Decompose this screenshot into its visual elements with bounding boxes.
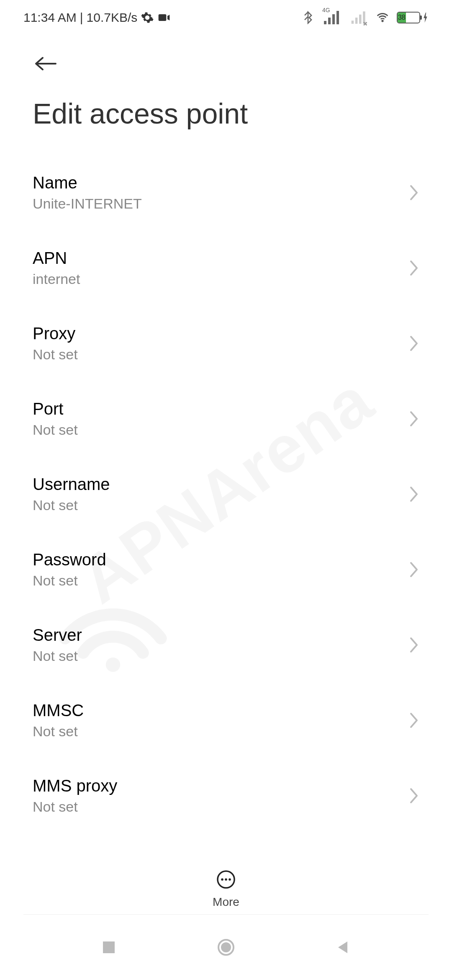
status-bar: 11:34 AM | 10.7KB/s 4G 38 xyxy=(0,0,452,35)
more-button[interactable]: More xyxy=(0,857,452,909)
chevron-right-icon xyxy=(409,335,419,352)
circle-icon xyxy=(217,938,235,957)
setting-label: APN xyxy=(33,249,409,268)
back-button[interactable] xyxy=(0,35,452,82)
setting-value: Not set xyxy=(33,648,409,664)
setting-name[interactable]: Name Unite-INTERNET xyxy=(33,155,419,230)
setting-proxy[interactable]: Proxy Not set xyxy=(33,306,419,381)
svg-point-4 xyxy=(229,878,231,881)
setting-value: Not set xyxy=(33,799,409,815)
more-icon xyxy=(216,869,236,890)
battery-percent: 38 xyxy=(398,13,406,23)
svg-rect-5 xyxy=(103,941,115,953)
setting-value: Unite-INTERNET xyxy=(33,196,409,212)
setting-label: MMSC xyxy=(33,701,409,720)
svg-point-3 xyxy=(225,878,227,881)
setting-label: Port xyxy=(33,400,409,418)
video-icon xyxy=(157,11,171,24)
setting-value: internet xyxy=(33,271,409,287)
setting-label: Username xyxy=(33,475,409,494)
chevron-right-icon xyxy=(409,787,419,804)
status-separator: | xyxy=(80,10,83,25)
setting-value: Not set xyxy=(33,346,409,363)
nav-recents-button[interactable] xyxy=(100,938,118,957)
chevron-right-icon xyxy=(409,637,419,653)
setting-apn[interactable]: APN internet xyxy=(33,230,419,306)
svg-point-7 xyxy=(221,942,231,952)
setting-mms-proxy[interactable]: MMS proxy Not set xyxy=(33,758,419,833)
status-data-rate: 10.7KB/s xyxy=(87,10,138,25)
setting-mmsc[interactable]: MMSC Not set xyxy=(33,683,419,758)
wifi-icon xyxy=(376,11,389,24)
nav-back-button[interactable] xyxy=(334,938,352,957)
setting-username[interactable]: Username Not set xyxy=(33,456,419,532)
setting-label: Proxy xyxy=(33,324,409,343)
setting-server[interactable]: Server Not set xyxy=(33,607,419,683)
chevron-right-icon xyxy=(409,260,419,276)
chevron-right-icon xyxy=(409,486,419,503)
setting-value: Not set xyxy=(33,723,409,740)
setting-label: Name xyxy=(33,173,409,192)
nav-home-button[interactable] xyxy=(217,938,235,957)
status-left: 11:34 AM | 10.7KB/s xyxy=(23,10,171,25)
navigation-bar xyxy=(0,915,452,980)
setting-value: Not set xyxy=(33,497,409,513)
signal-4g-icon: 4G xyxy=(322,11,342,24)
chevron-right-icon xyxy=(409,561,419,578)
charging-icon xyxy=(423,13,429,23)
signal-no-sim-icon xyxy=(350,11,368,24)
gear-icon xyxy=(141,11,154,24)
status-time: 11:34 AM xyxy=(23,10,77,25)
chevron-right-icon xyxy=(409,410,419,427)
setting-label: Server xyxy=(33,626,409,645)
chevron-right-icon xyxy=(409,184,419,201)
triangle-left-icon xyxy=(334,938,352,957)
setting-password[interactable]: Password Not set xyxy=(33,532,419,607)
back-arrow-icon xyxy=(33,55,58,72)
square-icon xyxy=(100,938,118,957)
setting-value: Not set xyxy=(33,422,409,438)
battery-indicator: 38 xyxy=(397,12,429,23)
svg-point-2 xyxy=(221,878,223,881)
chevron-right-icon xyxy=(409,712,419,729)
setting-port[interactable]: Port Not set xyxy=(33,381,419,456)
setting-label: MMS proxy xyxy=(33,776,409,795)
page-title: Edit access point xyxy=(0,82,452,155)
setting-value: Not set xyxy=(33,573,409,589)
status-right: 4G 38 xyxy=(301,11,429,24)
bluetooth-icon xyxy=(301,11,315,24)
settings-list: Name Unite-INTERNET APN internet Proxy N… xyxy=(0,155,452,833)
more-label: More xyxy=(213,895,239,909)
setting-label: Password xyxy=(33,550,409,569)
